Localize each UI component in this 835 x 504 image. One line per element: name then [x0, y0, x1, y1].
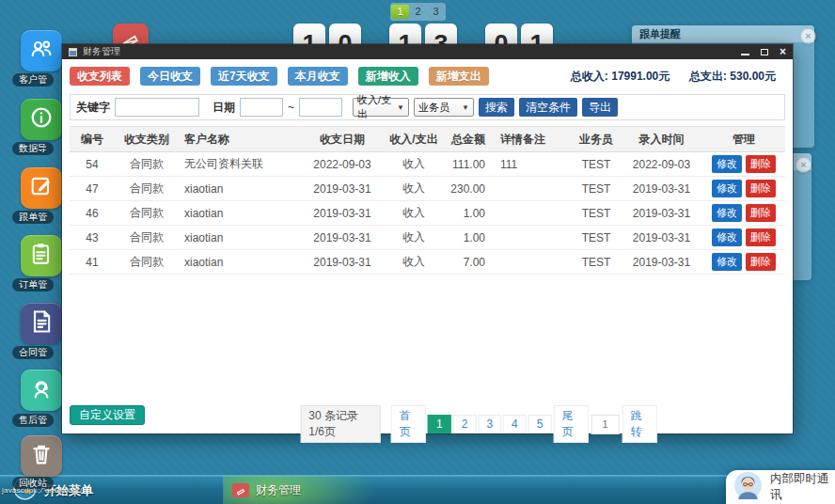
cell-date: 2019-03-31 — [299, 226, 386, 250]
clipboard-icon — [28, 241, 55, 271]
col-header-date: 收支日期 — [299, 127, 386, 152]
edit-button[interactable]: 修改 — [712, 204, 742, 222]
cell-actions: 修改删除 — [702, 201, 785, 226]
desktop: 客户管 数据导 跟单管 订单管 合同管 售后管 回收站 1 0 1 3 0 1 … — [0, 0, 835, 504]
total-expense-label: 总支出: — [689, 70, 727, 83]
close-button[interactable]: × — [780, 47, 786, 56]
page-number-list: 12345 — [427, 415, 552, 433]
first-page-button[interactable]: 首页 — [391, 405, 426, 443]
cell-type: 收入 — [386, 152, 442, 177]
chat-launcher[interactable]: 内部即时通讯 — [726, 470, 835, 504]
edit-button[interactable]: 修改 — [712, 155, 742, 173]
edit-button[interactable]: 修改 — [712, 180, 742, 197]
chevron-down-icon: ▼ — [397, 103, 404, 112]
cell-date: 2019-03-31 — [299, 250, 386, 275]
desktop-icon-data[interactable] — [21, 99, 62, 140]
date-to-input[interactable] — [299, 98, 342, 117]
delete-button[interactable]: 删除 — [746, 204, 776, 222]
page-button-4[interactable]: 4 — [503, 415, 527, 433]
record-info: 30 条记录 1/6页 — [300, 405, 381, 443]
page-button-5[interactable]: 5 — [528, 415, 552, 433]
tab-今日收支[interactable]: 今日收支 — [140, 67, 200, 86]
desktop-icon-customers[interactable] — [21, 30, 62, 71]
cell-type: 收入 — [386, 201, 442, 226]
cell-actions: 修改删除 — [702, 226, 785, 250]
search-button[interactable]: 搜索 — [479, 98, 514, 117]
pager-page-2[interactable]: 2 — [409, 5, 427, 19]
cell-salesman: TEST — [572, 177, 621, 201]
col-header-actions: 管理 — [702, 127, 785, 152]
delete-button[interactable]: 删除 — [746, 180, 776, 197]
edit-button[interactable]: 修改 — [712, 253, 742, 271]
delete-button[interactable]: 删除 — [746, 253, 776, 271]
wallet-icon — [232, 483, 249, 497]
pager-page-3[interactable]: 3 — [427, 5, 445, 19]
cell-note: 111 — [495, 152, 572, 177]
tab-本月收支[interactable]: 本月收支 — [288, 67, 348, 86]
tab-新增支出[interactable]: 新增支出 — [429, 67, 489, 86]
table-row: 54合同款无公司资料关联2022-09-03收入111.00111TEST202… — [70, 152, 785, 177]
table-row: 47合同款xiaotian2019-03-31收入230.00TEST2019-… — [70, 177, 785, 201]
taskbar-app-label: 财务管理 — [256, 482, 301, 498]
desktop-icon-label: 售后管 — [12, 414, 54, 427]
desktop-icon-label: 订单管 — [12, 278, 54, 291]
minimize-button[interactable] — [741, 49, 749, 55]
table-row: 46合同款xiaotian2019-03-31收入1.00TEST2019-03… — [70, 201, 785, 226]
tab-近7天收支[interactable]: 近7天收支 — [211, 67, 277, 86]
pagination: 30 条记录 1/6页 首页 12345 尾页 跳转 — [300, 405, 658, 443]
edit-button[interactable]: 修改 — [712, 228, 742, 246]
keyword-input[interactable] — [115, 98, 199, 117]
cell-actions: 修改删除 — [702, 152, 785, 177]
info-icon — [28, 104, 55, 134]
taskbar-app-finance[interactable]: 财务管理 — [223, 476, 434, 504]
page-button-2[interactable]: 2 — [453, 415, 477, 433]
clear-filters-button[interactable]: 清空条件 — [519, 98, 577, 117]
totals: 总收入: 17991.00元 总支出: 530.00元 — [571, 69, 785, 85]
records-table: 编号 收支类别 客户名称 收支日期 收入/支出 总金额 详情备注 业务员 录入时… — [70, 126, 785, 275]
cell-salesman: TEST — [572, 226, 621, 250]
maximize-button[interactable] — [761, 49, 768, 55]
last-page-button[interactable]: 尾页 — [553, 405, 588, 443]
desktop-icon-orders[interactable] — [21, 235, 62, 276]
cell-date: 2022-09-03 — [299, 152, 386, 177]
pager-page-1[interactable]: 1 — [391, 5, 409, 19]
cell-category: 合同款 — [115, 201, 179, 226]
date-separator: ~ — [288, 101, 294, 114]
desktop-icon-label: 合同管 — [12, 346, 54, 359]
export-button[interactable]: 导出 — [582, 98, 618, 117]
cell-note — [495, 201, 572, 226]
col-header-id: 编号 — [70, 127, 115, 152]
cell-customer: xiaotian — [179, 177, 299, 201]
customers-icon — [28, 36, 55, 66]
date-from-input[interactable] — [240, 98, 283, 117]
page-button-1[interactable]: 1 — [428, 415, 451, 433]
desktop-icon-follow-up[interactable] — [21, 167, 62, 209]
cell-id: 46 — [70, 201, 115, 226]
jump-button[interactable]: 跳转 — [622, 405, 657, 443]
desktop-icon-contracts[interactable] — [21, 303, 62, 344]
taskbar: 开始菜单 财务管理 — [0, 475, 835, 504]
delete-button[interactable]: 删除 — [746, 228, 776, 246]
cell-id: 41 — [70, 250, 115, 275]
delete-button[interactable]: 删除 — [746, 155, 776, 173]
tab-收支列表[interactable]: 收支列表 — [70, 67, 130, 86]
cell-amount: 230.00 — [442, 177, 495, 201]
cell-note — [495, 226, 572, 250]
tab-新增收入[interactable]: 新增收入 — [358, 67, 418, 86]
salesman-select[interactable]: 业务员 ▼ — [414, 98, 474, 117]
desktop-icon-recycle-bin[interactable] — [21, 435, 62, 477]
cell-type: 收入 — [386, 250, 442, 275]
page-button-3[interactable]: 3 — [478, 415, 501, 433]
custom-settings-button[interactable]: 自定义设置 — [70, 405, 145, 425]
jump-page-input[interactable] — [591, 415, 620, 434]
finance-window: 财务管理 × 收支列表今日收支近7天收支本月收支新增收入新增支出 总收入: 17… — [62, 44, 793, 433]
cell-entry_date: 2019-03-31 — [621, 201, 702, 226]
type-select[interactable]: 收入/支出 ▼ — [353, 98, 409, 117]
desktop-icon-after-sales[interactable] — [21, 370, 62, 411]
cell-id: 47 — [70, 177, 115, 201]
cell-amount: 1.00 — [442, 201, 495, 226]
cell-customer: xiaotian — [179, 226, 299, 250]
cell-actions: 修改删除 — [702, 250, 785, 275]
window-icon — [69, 48, 77, 56]
cell-amount: 1.00 — [442, 226, 495, 250]
